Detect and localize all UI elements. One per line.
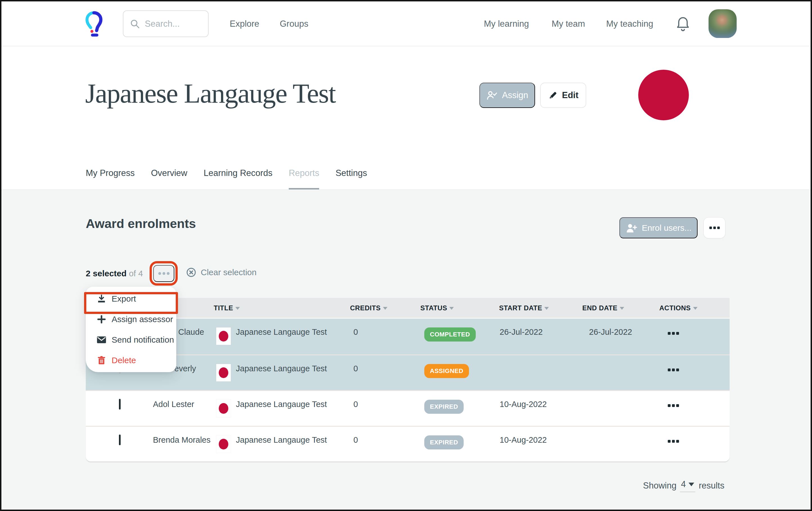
selection-count: 2 selected [86,269,126,278]
course-title-cell[interactable]: Japanese Langauge Test [235,355,347,390]
column-header-title[interactable]: TITLE [214,298,347,318]
edit-button[interactable]: Edit [540,83,586,108]
menu-item-assign-assessor[interactable]: Assign assessor [86,309,176,329]
menu-item-label: Send notification [112,335,174,344]
start-date-cell: 26-Jul-2022 [493,319,581,355]
table-row[interactable]: Brenda Morales Japanese Langauge Test 0 … [86,426,730,461]
person-check-icon [486,90,497,100]
ellipsis-icon [709,227,712,229]
status-badge: EXPIRED [424,400,464,414]
person-plus-icon [626,223,637,233]
selection-actions-button[interactable] [153,265,174,282]
brand-lightbulb-logo[interactable] [82,8,106,41]
pencil-icon [548,91,557,100]
status-badge: EXPIRED [424,435,464,449]
column-header-status[interactable]: STATUS [417,298,493,318]
credits-cell: 0 [347,427,417,461]
row-actions-ellipsis-icon[interactable] [668,404,671,407]
enrol-users-label: Enrol users... [642,223,692,233]
menu-item-export[interactable]: Export [86,289,176,309]
row-checkbox[interactable] [119,399,121,410]
course-title-cell[interactable]: Japanese Langauge Test [235,391,347,426]
sort-caret-icon [620,307,624,310]
column-header-end-date[interactable]: END DATE [581,298,659,318]
envelope-icon [96,336,107,343]
column-header-actions[interactable]: ACTIONS [659,298,730,318]
learner-name[interactable]: Brenda Morales [152,427,215,461]
course-flag-thumbnail [216,435,231,453]
column-header-start-date[interactable]: START DATE [493,298,581,318]
edit-button-label: Edit [562,90,579,100]
app-window: Explore Groups My learning My team My te… [0,0,812,511]
nav-link-my-learning[interactable]: My learning [484,1,529,47]
course-image-japan-flag [638,70,689,120]
row-actions-ellipsis-icon[interactable] [668,440,671,443]
start-date-cell: 10-Aug-2022 [493,427,581,461]
course-flag-thumbnail [216,327,231,345]
download-icon [96,294,107,303]
nav-link-my-teaching[interactable]: My teaching [606,1,653,47]
table-row[interactable]: everly Japanese Langauge Test 0 ASSIGNED [86,355,730,390]
sort-caret-icon [544,307,549,310]
trash-icon [96,356,107,365]
selection-total: of 4 [129,269,143,278]
enrol-users-button[interactable]: Enrol users... [619,217,698,238]
section-more-actions-button[interactable] [703,217,725,238]
learner-name[interactable]: Adol Lester [152,391,215,426]
status-badge: ASSIGNED [424,364,469,378]
sort-caret-icon [693,307,698,310]
menu-item-send-notification[interactable]: Send notification [86,329,176,350]
search-icon [130,19,140,29]
page-size-dropdown[interactable]: 4 [680,479,695,492]
tab-reports[interactable]: Reports [289,168,319,189]
clear-selection-label: Clear selection [201,268,256,277]
menu-item-label: Delete [112,356,136,365]
clear-selection[interactable]: Clear selection [186,267,256,277]
credits-cell: 0 [347,355,417,390]
row-actions-ellipsis-icon[interactable] [668,332,671,335]
circle-x-icon [186,267,196,277]
tab-overview[interactable]: Overview [151,168,187,189]
end-date-cell: 26-Jul-2022 [581,319,659,355]
row-checkbox[interactable] [119,434,121,445]
course-title-cell[interactable]: Japanese Langauge Test [235,319,347,355]
end-date-cell [581,427,659,461]
table-header-row: TITLE CREDITS STATUS START DATE END DATE… [86,298,730,318]
tab-my-progress[interactable]: My Progress [86,168,135,189]
assign-button[interactable]: Assign [480,83,535,108]
sort-caret-icon [235,307,240,310]
menu-item-delete[interactable]: Delete [86,350,176,370]
nav-link-groups[interactable]: Groups [280,1,309,47]
start-date-cell: 10-Aug-2022 [493,391,581,426]
selection-summary: 2 selected of 4 [86,268,143,279]
nav-link-explore[interactable]: Explore [230,1,259,47]
end-date-cell [581,391,659,426]
enrolments-table: TITLE CREDITS STATUS START DATE END DATE… [86,298,730,461]
row-actions-ellipsis-icon[interactable] [668,368,671,371]
user-avatar[interactable] [708,9,737,38]
ellipsis-icon [158,272,161,275]
tab-settings[interactable]: Settings [336,168,367,189]
start-date-cell [493,355,581,390]
page-title: Japanese Langauge Test [85,78,336,109]
tab-learning-records[interactable]: Learning Records [204,168,272,189]
status-badge: COMPLETED [424,327,476,341]
assign-button-label: Assign [502,90,528,100]
end-date-cell [581,355,659,390]
table-row[interactable]: Adol Lester Japanese Langauge Test 0 EXP… [86,390,730,426]
menu-item-label: Export [112,294,136,304]
course-title-cell[interactable]: Japanese Langauge Test [235,427,347,461]
notifications-bell-icon[interactable] [676,16,690,32]
results-label: results [699,481,724,491]
plus-icon [96,315,107,324]
nav-link-my-team[interactable]: My team [552,1,585,47]
credits-cell: 0 [347,391,417,426]
global-search [123,10,209,37]
section-heading: Award enrolments [86,216,196,231]
column-header-credits[interactable]: CREDITS [347,298,417,318]
search-input[interactable] [145,19,201,29]
menu-item-label: Assign assessor [112,314,173,324]
sort-caret-icon [449,307,454,310]
table-row[interactable]: Claude Japanese Langauge Test 0 COMPLETE… [86,319,730,355]
bulk-actions-dropdown: Export Assign assessor Send notificat [86,287,176,372]
